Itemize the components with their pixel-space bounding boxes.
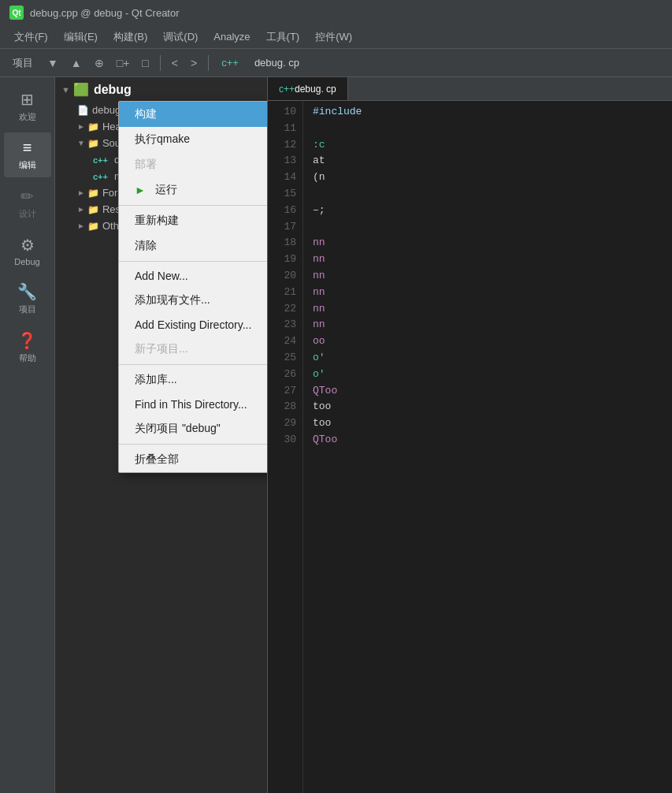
code-line-25: o' <box>313 350 663 367</box>
toolbar-dropdown-btn[interactable]: ▼ <box>43 54 63 72</box>
code-content: 10 11 12 13 14 15 16 17 18 19 20 21 22 2… <box>268 101 672 793</box>
editor-tabs: c++ debug. cp <box>268 77 672 101</box>
code-line-15 <box>313 186 663 203</box>
forms-folder-icon: 📁 <box>87 188 99 199</box>
line-num-11: 11 <box>274 121 296 137</box>
line-numbers: 10 11 12 13 14 15 16 17 18 19 20 21 22 2… <box>268 101 303 793</box>
headers-folder-icon: 📁 <box>87 121 99 132</box>
line-num-28: 28 <box>274 399 296 415</box>
editor-area: c++ debug. cp 10 11 12 13 14 15 16 17 18… <box>268 77 672 793</box>
ctx-add-lib-label: 添加库... <box>135 373 177 387</box>
sidebar-item-help[interactable]: ❓ 帮助 <box>4 325 51 370</box>
code-line-30: QToo <box>313 432 663 449</box>
code-line-17 <box>313 219 663 236</box>
ctx-item-find-dir[interactable]: Find in This Directory... <box>119 393 268 416</box>
menu-build[interactable]: 构建(B) <box>106 27 155 47</box>
ctx-build-label: 构建 <box>135 107 157 121</box>
ctx-qmake-label: 执行qmake <box>135 132 190 147</box>
code-editor[interactable]: #include :c at (n –; nn nn nn nn nn nn o… <box>303 101 672 793</box>
ctx-item-rebuild[interactable]: 重新构建 <box>119 208 268 233</box>
code-line-20: nn <box>313 268 663 285</box>
editor-tab-debug-cpp[interactable]: c++ debug. cp <box>268 77 348 100</box>
cpp-file-icon-debug: c++ <box>93 155 108 165</box>
editor-tab-label: c++ <box>279 84 295 95</box>
menu-tools[interactable]: 工具(T) <box>258 27 308 47</box>
sources-expand-icon: ▼ <box>77 139 85 147</box>
menu-edit[interactable]: 编辑(E) <box>56 27 106 47</box>
sidebar-item-welcome[interactable]: ⊞ 欢迎 <box>4 84 51 129</box>
sidebar-label-help: 帮助 <box>19 352 36 364</box>
code-line-12: :c <box>313 137 663 154</box>
sidebar-item-design[interactable]: ✏ 设计 <box>4 181 51 226</box>
toolbar-back-btn[interactable]: < <box>167 54 183 72</box>
toolbar-square-btn[interactable]: □ <box>137 54 153 72</box>
ctx-item-add-new[interactable]: Add New... <box>119 264 268 288</box>
code-line-14: (n <box>313 169 663 186</box>
code-line-22: nn <box>313 301 663 318</box>
ctx-item-close-project[interactable]: 关闭项目 "debug" <box>119 416 268 441</box>
code-line-23: nn <box>313 317 663 333</box>
sidebar-label-welcome: 欢迎 <box>19 111 36 123</box>
debug-project-icon: 🟩 <box>73 82 89 97</box>
line-num-17: 17 <box>274 219 296 236</box>
code-line-18: nn <box>313 235 663 251</box>
line-num-13: 13 <box>274 153 296 169</box>
toolbar-forward-btn[interactable]: > <box>186 54 202 72</box>
toolbar-sep-1 <box>160 55 161 71</box>
line-num-29: 29 <box>274 415 296 432</box>
menu-file[interactable]: 文件(F) <box>6 27 56 47</box>
wrench-icon: 🔧 <box>17 282 37 301</box>
sidebar-label-design: 设计 <box>19 208 36 220</box>
menu-debug[interactable]: 调试(D) <box>155 27 206 47</box>
ctx-item-add-lib[interactable]: 添加库... <box>119 367 268 393</box>
code-line-26: o' <box>313 367 663 383</box>
line-num-15: 15 <box>274 186 296 203</box>
toolbar-filter-btn[interactable]: ▲ <box>66 54 87 72</box>
sidebar-item-edit[interactable]: ≡ 编辑 <box>4 132 51 177</box>
window-title: debug.cpp @ debug - Qt Creator <box>30 7 180 19</box>
ctx-item-new-subproject: 新子项目... <box>119 337 268 362</box>
headers-expand-icon: ► <box>77 122 85 131</box>
title-bar: Qt debug.cpp @ debug - Qt Creator <box>0 0 672 25</box>
line-num-12: 12 <box>274 137 296 154</box>
ctx-item-run[interactable]: ► 运行 <box>119 177 268 203</box>
line-num-19: 19 <box>274 251 296 268</box>
toolbar-filename: debug. cp <box>248 57 306 69</box>
ctx-sep-1 <box>119 205 268 206</box>
line-num-21: 21 <box>274 285 296 301</box>
resources-folder-icon: 📁 <box>87 204 99 215</box>
main-layout: ⊞ 欢迎 ≡ 编辑 ✏ 设计 ⚙ Debug 🔧 项目 ❓ 帮助 ▼ 🟩 de <box>0 77 672 793</box>
sidebar-item-debug[interactable]: ⚙ Debug <box>4 229 51 273</box>
ctx-add-dir-label: Add Existing Directory... <box>135 318 251 331</box>
ctx-item-build[interactable]: 构建 <box>119 102 268 127</box>
ctx-item-clean[interactable]: 清除 <box>119 233 268 259</box>
line-num-24: 24 <box>274 333 296 350</box>
menu-analyze[interactable]: Analyze <box>206 28 258 46</box>
tree-root-debug[interactable]: ▼ 🟩 debug <box>55 77 267 102</box>
code-line-24: oo <box>313 333 663 350</box>
ctx-deploy-label: 部署 <box>135 158 157 172</box>
code-line-11 <box>313 121 663 137</box>
code-line-16: –; <box>313 203 663 219</box>
menu-widgets[interactable]: 控件(W) <box>307 27 360 47</box>
qt-logo-icon: Qt <box>9 6 24 20</box>
ctx-add-existing-label: 添加现有文件... <box>135 293 210 307</box>
toolbar-link-btn[interactable]: ⊕ <box>90 54 109 72</box>
toolbar-file-label: c++ <box>215 57 245 69</box>
ctx-item-qmake[interactable]: 执行qmake <box>119 127 268 152</box>
ctx-find-dir-label: Find in This Directory... <box>135 398 247 411</box>
ctx-item-add-dir[interactable]: Add Existing Directory... <box>119 313 268 337</box>
code-line-29: too <box>313 415 663 432</box>
sidebar-item-project[interactable]: 🔧 项目 <box>4 276 51 322</box>
toolbar-sep-2 <box>208 55 209 71</box>
toolbar: 项目 ▼ ▲ ⊕ □+ □ < > c++ debug. cp <box>0 49 672 77</box>
ctx-item-add-existing[interactable]: 添加现有文件... <box>119 288 268 313</box>
ctx-item-collapse-all[interactable]: 折叠全部 <box>119 447 268 472</box>
ctx-new-subproject-label: 新子项目... <box>135 342 188 356</box>
editor-tab-filename: debug. cp <box>295 84 336 95</box>
line-num-30: 30 <box>274 432 296 449</box>
other-files-expand-icon: ► <box>77 222 85 230</box>
code-line-28: too <box>313 399 663 415</box>
toolbar-add-btn[interactable]: □+ <box>112 54 135 72</box>
ctx-close-project-label: 关闭项目 "debug" <box>135 422 221 436</box>
